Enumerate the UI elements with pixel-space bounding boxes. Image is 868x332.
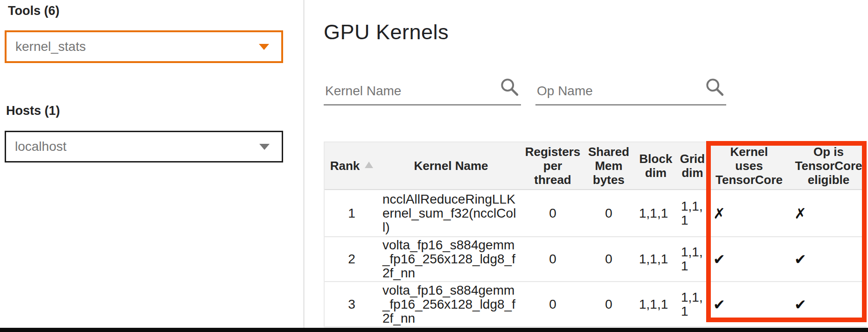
column-header-block-dim[interactable]: Block dim [635,142,676,189]
registers-cell: 0 [523,282,582,326]
block-dim-cell: 1,1,1 [635,237,676,281]
chevron-down-icon [259,44,269,50]
rank-cell: 3 [325,282,379,326]
registers-cell: 0 [523,237,582,281]
sort-ascending-icon [365,162,373,168]
search-icon [706,78,725,98]
shared-mem-cell: 0 [582,237,635,281]
search-icon [500,78,520,98]
table-row: 1 ncclAllReduceRingLLKernel_sum_f32(nccl… [325,190,867,237]
kernel-uses-tensorcore-cell: ✔ [708,237,790,281]
grid-dim-cell: 1,1,1 [676,282,708,326]
grid-dim-cell: 1,1,1 [676,237,708,281]
kernel-uses-tensorcore-cell: ✔ [708,282,790,326]
kernel-name-input[interactable] [324,84,500,104]
kernel-uses-tensorcore-cell: ✗ [708,190,790,236]
op-tensorcore-eligible-cell: ✔ [790,237,868,281]
column-header-shared-mem-bytes[interactable]: Shared Mem bytes [582,142,635,189]
table-header-row: Rank Kernel Name Registers per thread Sh… [325,142,867,190]
chevron-down-icon [259,144,270,150]
tools-select[interactable]: kernel_stats [5,30,283,63]
grid-dim-cell: 1,1,1 [676,190,708,236]
column-header-kernel-name[interactable]: Kernel Name [379,142,523,189]
page-title: GPU Kernels [324,20,449,45]
bottom-edge-bar [0,328,868,332]
block-dim-cell: 1,1,1 [635,190,676,236]
table-row: 2 volta_fp16_s884gemm_fp16_256x128_ldg8_… [325,237,867,282]
sidebar-divider [303,0,305,328]
column-header-registers-per-thread[interactable]: Registers per thread [523,142,582,189]
block-dim-cell: 1,1,1 [635,282,676,326]
registers-cell: 0 [523,190,582,236]
tools-heading: Tools (6) [8,4,60,18]
column-header-op-is-tensorcore-eligible[interactable]: Op is TensorCore eligible [790,142,868,189]
kernel-name-cell: volta_fp16_s884gemm_fp16_256x128_ldg8_f2… [379,237,523,281]
column-header-rank[interactable]: Rank [325,142,379,189]
table-row: 3 volta_fp16_s884gemm_fp16_256x128_ldg8_… [325,282,867,327]
op-name-filter[interactable] [535,73,726,106]
op-name-input[interactable] [535,84,706,104]
rank-cell: 1 [325,190,379,236]
hosts-select[interactable]: localhost [5,131,283,162]
kernel-name-filter[interactable] [324,73,521,106]
rank-header-label: Rank [330,159,360,173]
hosts-select-value: localhost [15,139,67,154]
kernel-name-cell: ncclAllReduceRingLLKernel_sum_f32(ncclCo… [379,190,523,236]
tools-select-value: kernel_stats [15,39,86,54]
hosts-heading: Hosts (1) [6,104,60,118]
shared-mem-cell: 0 [582,190,635,236]
op-tensorcore-eligible-cell: ✔ [790,282,868,326]
shared-mem-cell: 0 [582,282,635,326]
kernel-name-cell: volta_fp16_s884gemm_fp16_256x128_ldg8_f2… [379,282,523,326]
op-tensorcore-eligible-cell: ✗ [790,190,868,236]
gpu-kernels-table: Rank Kernel Name Registers per thread Sh… [324,141,867,327]
column-header-kernel-uses-tensorcore[interactable]: Kernel uses TensorCore [708,142,790,189]
column-header-grid-dim[interactable]: Grid dim [676,142,708,189]
rank-cell: 2 [325,237,379,281]
